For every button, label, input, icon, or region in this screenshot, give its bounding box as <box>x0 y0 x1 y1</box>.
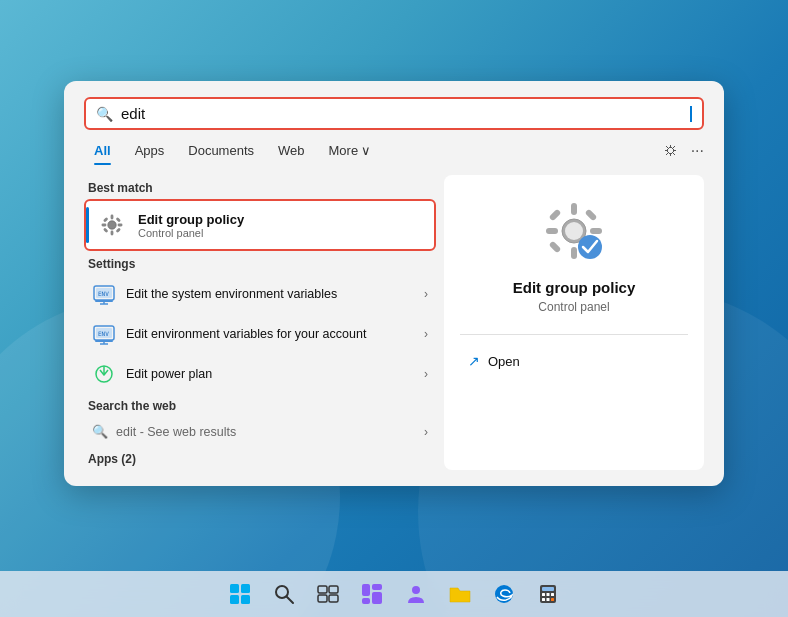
search-input[interactable] <box>121 105 689 122</box>
best-match-text: Edit group policy Control panel <box>138 212 244 239</box>
detail-title: Edit group policy <box>513 279 636 296</box>
search-box[interactable]: 🔍 <box>84 97 704 130</box>
start-button[interactable] <box>222 576 258 612</box>
apps-count-label: Apps (2) <box>84 452 436 466</box>
power-plan-icon <box>92 362 116 386</box>
chevron-icon-1: › <box>424 287 428 301</box>
svg-rect-11 <box>95 300 113 302</box>
svg-rect-8 <box>116 228 121 233</box>
chevron-icon-web: › <box>424 425 428 439</box>
svg-rect-40 <box>329 586 338 593</box>
svg-rect-5 <box>103 217 108 222</box>
content-area: Best match <box>84 175 704 470</box>
settings-power-text: Edit power plan <box>126 366 424 382</box>
svg-rect-3 <box>102 224 107 227</box>
svg-rect-53 <box>551 593 554 596</box>
svg-rect-28 <box>585 209 598 222</box>
open-icon: ↗ <box>468 353 480 369</box>
left-column: Best match <box>84 175 444 470</box>
best-match-label: Best match <box>84 181 436 195</box>
calculator-button[interactable] <box>530 576 566 612</box>
web-search-icon: 🔍 <box>92 424 108 439</box>
person-icon[interactable]: ⛭ <box>663 142 679 160</box>
cursor <box>690 106 692 122</box>
detail-panel: Edit group policy Control panel ↗ Open <box>444 175 704 470</box>
svg-rect-4 <box>118 224 123 227</box>
svg-rect-17 <box>95 340 113 342</box>
svg-rect-26 <box>590 228 602 234</box>
taskbar <box>0 571 788 617</box>
svg-rect-1 <box>111 215 114 220</box>
gear-icon-svg <box>98 211 126 239</box>
svg-rect-39 <box>318 586 327 593</box>
tab-web[interactable]: Web <box>268 140 315 161</box>
svg-rect-56 <box>551 598 554 601</box>
svg-rect-54 <box>542 598 545 601</box>
svg-rect-42 <box>329 595 338 602</box>
svg-rect-50 <box>542 587 554 591</box>
svg-rect-7 <box>103 228 108 233</box>
best-match-title: Edit group policy <box>138 212 244 227</box>
edge-button[interactable] <box>486 576 522 612</box>
settings-env-account-text: Edit environment variables for your acco… <box>126 326 424 342</box>
detail-app-icon <box>538 195 610 267</box>
settings-item-env-account[interactable]: ENV Edit environment variables for your … <box>84 315 436 353</box>
svg-rect-52 <box>547 593 550 596</box>
svg-rect-6 <box>116 217 121 222</box>
svg-rect-27 <box>549 209 562 222</box>
chevron-icon-2: › <box>424 327 428 341</box>
tab-apps[interactable]: Apps <box>125 140 175 161</box>
search-panel: 🔍 All Apps Documents Web More ∨ ⛭ ··· Be… <box>64 81 724 486</box>
svg-point-31 <box>565 222 583 240</box>
svg-rect-41 <box>318 595 327 602</box>
svg-point-32 <box>578 235 602 259</box>
open-label: Open <box>488 354 520 369</box>
widgets-button[interactable] <box>354 576 390 612</box>
best-match-subtitle: Control panel <box>138 227 244 239</box>
svg-text:ENV: ENV <box>98 290 109 297</box>
best-match-item[interactable]: Edit group policy Control panel <box>84 199 436 251</box>
chevron-icon-3: › <box>424 367 428 381</box>
svg-rect-24 <box>571 247 577 259</box>
web-search-label: Search the web <box>84 399 436 413</box>
tabs-bar: All Apps Documents Web More ∨ ⛭ ··· <box>84 140 704 165</box>
svg-rect-29 <box>549 241 562 254</box>
svg-rect-23 <box>571 203 577 215</box>
search-icon: 🔍 <box>96 106 113 122</box>
settings-item-power[interactable]: Edit power plan › <box>84 355 436 393</box>
settings-label: Settings <box>84 257 436 271</box>
svg-rect-2 <box>111 231 114 236</box>
detail-divider <box>460 334 688 335</box>
svg-rect-45 <box>372 584 382 590</box>
web-search-text: edit - See web results <box>116 425 424 439</box>
tab-more[interactable]: More ∨ <box>319 140 382 161</box>
detail-subtitle: Control panel <box>538 300 609 314</box>
svg-line-38 <box>287 597 294 604</box>
settings-env-system-text: Edit the system environment variables <box>126 286 424 302</box>
tab-documents[interactable]: Documents <box>178 140 264 161</box>
detail-open-button[interactable]: ↗ Open <box>460 347 528 375</box>
svg-rect-35 <box>230 595 239 604</box>
svg-point-0 <box>108 221 116 229</box>
svg-rect-36 <box>241 595 250 604</box>
svg-rect-44 <box>362 598 370 604</box>
svg-point-47 <box>412 586 420 594</box>
taskview-button[interactable] <box>310 576 346 612</box>
web-search-item[interactable]: 🔍 edit - See web results › <box>84 417 436 446</box>
svg-rect-34 <box>241 584 250 593</box>
tab-all[interactable]: All <box>84 140 121 161</box>
env-system-icon: ENV <box>92 282 116 306</box>
svg-rect-43 <box>362 584 370 596</box>
svg-rect-25 <box>546 228 558 234</box>
svg-rect-55 <box>547 598 550 601</box>
svg-rect-46 <box>372 592 382 604</box>
svg-text:ENV: ENV <box>98 330 109 337</box>
svg-rect-51 <box>542 593 545 596</box>
explorer-button[interactable] <box>442 576 478 612</box>
tab-icons: ⛭ ··· <box>663 142 704 160</box>
teams-button[interactable] <box>398 576 434 612</box>
settings-item-env-system[interactable]: ENV Edit the system environment variable… <box>84 275 436 313</box>
search-taskbar-button[interactable] <box>266 576 302 612</box>
group-policy-icon <box>96 209 128 241</box>
more-options-icon[interactable]: ··· <box>691 142 704 160</box>
